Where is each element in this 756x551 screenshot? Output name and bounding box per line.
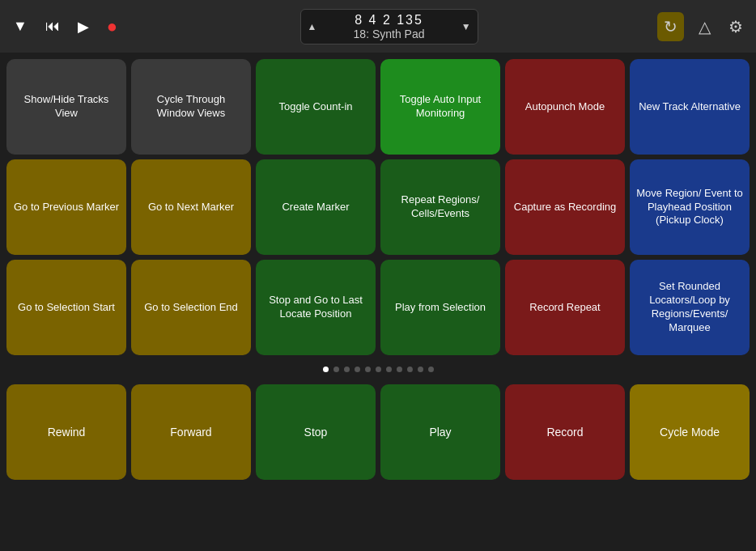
play-icon: ▶ xyxy=(78,18,89,36)
page-dot-0[interactable] xyxy=(323,367,329,372)
bottom-cell-1[interactable]: Forward xyxy=(131,384,251,480)
page-dot-1[interactable] xyxy=(333,367,339,372)
metronome-button[interactable]: △ xyxy=(695,14,714,40)
cycle-button[interactable]: ↻ xyxy=(657,12,684,41)
grid-cell-r1-c0[interactable]: Go to Previous Marker xyxy=(6,159,126,255)
page-dot-9[interactable] xyxy=(418,367,423,372)
bottom-cell-5[interactable]: Cycle Mode xyxy=(630,384,750,480)
dropdown-arrow-button[interactable]: ▼ xyxy=(10,15,31,38)
metronome-icon: △ xyxy=(699,17,711,36)
grid-cell-r2-c3[interactable]: Play from Selection xyxy=(380,260,500,355)
grid-cell-r1-c5[interactable]: Move Region/ Event to Playhead Position … xyxy=(630,159,750,255)
page-dot-7[interactable] xyxy=(397,367,402,372)
settings-button[interactable]: ⚙ xyxy=(725,14,746,40)
bottom-cell-4[interactable]: Record xyxy=(505,384,625,480)
grid-cell-r0-c2[interactable]: Toggle Count-in xyxy=(256,59,376,155)
transport-display[interactable]: ▲ 8 4 2 135 18: Synth Pad ▼ xyxy=(300,9,478,45)
grid-cell-r0-c3[interactable]: Toggle Auto Input Monitoring xyxy=(380,59,500,155)
cycle-icon: ↻ xyxy=(664,17,677,36)
grid-cell-r0-c5[interactable]: New Track Alternative xyxy=(630,59,750,155)
timecode-display: 8 4 2 135 xyxy=(355,13,423,28)
record-icon: ● xyxy=(107,16,117,37)
page-dot-4[interactable] xyxy=(365,367,371,372)
page-dot-6[interactable] xyxy=(386,367,392,372)
dropdown-arrow-icon: ▼ xyxy=(13,18,28,35)
down-arrow-icon: ▼ xyxy=(461,21,471,32)
page-dots xyxy=(0,358,756,379)
bottom-bar: RewindForwardStopPlayRecordCycle Mode xyxy=(0,379,756,485)
grid-cell-r1-c4[interactable]: Capture as Recording xyxy=(505,159,625,255)
grid-cell-r2-c5[interactable]: Set Rounded Locators/Loop by Regions/Eve… xyxy=(630,260,750,355)
grid-cell-r2-c2[interactable]: Stop and Go to Last Locate Position xyxy=(256,260,376,355)
transport-display-wrapper: ▲ 8 4 2 135 18: Synth Pad ▼ xyxy=(129,9,649,45)
track-name-display: 18: Synth Pad xyxy=(354,28,425,40)
page-dot-10[interactable] xyxy=(428,367,434,372)
grid-cell-r1-c1[interactable]: Go to Next Marker xyxy=(131,159,251,255)
top-bar: ▼ ⏮ ▶ ● ▲ 8 4 2 135 18: Synth Pad ▼ ↻ △ … xyxy=(0,0,756,53)
grid-cell-r0-c4[interactable]: Autopunch Mode xyxy=(505,59,625,155)
rewind-button[interactable]: ⏮ xyxy=(42,15,63,38)
bottom-cell-0[interactable]: Rewind xyxy=(6,384,126,480)
up-arrow-icon: ▲ xyxy=(308,21,317,32)
button-grid: Show/Hide Tracks ViewCycle Through Windo… xyxy=(6,59,750,355)
bottom-cell-2[interactable]: Stop xyxy=(256,384,376,480)
grid-cell-r2-c1[interactable]: Go to Selection End xyxy=(131,260,251,355)
play-button[interactable]: ▶ xyxy=(74,15,92,39)
bottom-cell-3[interactable]: Play xyxy=(380,384,500,480)
top-bar-right: ↻ △ ⚙ xyxy=(657,12,746,41)
grid-cell-r0-c1[interactable]: Cycle Through Window Views xyxy=(131,59,251,155)
grid-cell-r0-c0[interactable]: Show/Hide Tracks View xyxy=(6,59,126,155)
page-dot-3[interactable] xyxy=(355,367,360,372)
grid-cell-r1-c3[interactable]: Repeat Regions/ Cells/Events xyxy=(380,159,500,255)
grid-cell-r1-c2[interactable]: Create Marker xyxy=(256,159,376,255)
page-dot-5[interactable] xyxy=(376,367,381,372)
transport-controls: ▼ ⏮ ▶ ● xyxy=(10,13,121,40)
page-dot-8[interactable] xyxy=(407,367,413,372)
settings-icon: ⚙ xyxy=(728,17,743,36)
grid-cell-r2-c0[interactable]: Go to Selection Start xyxy=(6,260,126,355)
record-button[interactable]: ● xyxy=(104,13,121,40)
grid-cell-r2-c4[interactable]: Record Repeat xyxy=(505,260,625,355)
rewind-icon: ⏮ xyxy=(45,18,60,35)
main-grid-area: Show/Hide Tracks ViewCycle Through Windo… xyxy=(0,53,756,355)
bottom-grid: RewindForwardStopPlayRecordCycle Mode xyxy=(6,384,750,480)
page-dot-2[interactable] xyxy=(344,367,350,372)
